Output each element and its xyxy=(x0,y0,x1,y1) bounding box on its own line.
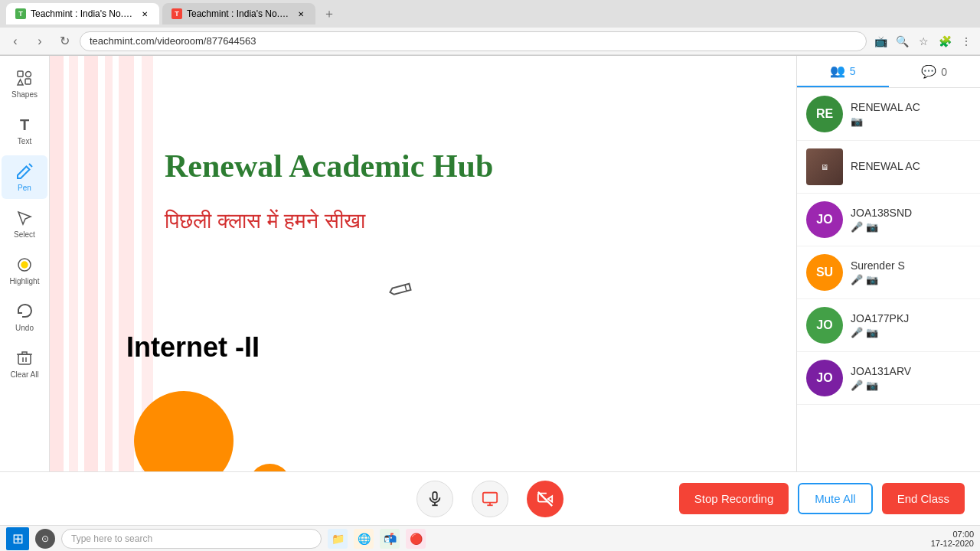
cam-off-icon: 📷 xyxy=(866,274,878,285)
participant-name-p6: JOA131ARV xyxy=(851,365,971,377)
action-buttons: Stop Recording Mute All End Class xyxy=(679,483,965,514)
tab-bar: T Teachmint : India's No.1 Online T... ✕… xyxy=(0,0,980,28)
mic-off-icon: 🎤 xyxy=(851,380,863,391)
stop-recording-button[interactable]: Stop Recording xyxy=(679,483,789,514)
participant-p5: JO JOA177PKJ 🎤 📷 xyxy=(797,299,980,352)
tool-text[interactable]: T Text xyxy=(2,109,47,152)
menu-icon[interactable]: ⋮ xyxy=(959,34,974,49)
select-label: Select xyxy=(14,230,35,240)
participant-p4: SU Surender S 🎤 📷 xyxy=(797,246,980,299)
participant-info-p6: JOA131ARV 🎤 📷 xyxy=(851,365,971,391)
shapes-icon xyxy=(15,68,34,88)
tab-participants[interactable]: 👥 5 xyxy=(797,56,889,87)
tab-1-favicon: T xyxy=(15,8,26,19)
participant-name-p5: JOA177PKJ xyxy=(851,312,971,324)
svg-rect-11 xyxy=(433,491,437,499)
highlight-icon xyxy=(15,255,34,275)
taskbar: ⊞ ⊙ Type here to search 📁 🌐 📬 🔴 07:00 17… xyxy=(0,525,980,551)
svg-rect-0 xyxy=(18,71,23,77)
taskbar-search[interactable]: Type here to search xyxy=(61,529,322,549)
tab-2-close[interactable]: ✕ xyxy=(296,8,306,19)
cam-off-icon: 📷 xyxy=(866,380,878,391)
slide-subtitle: पिछली क्लास में हमने सीखा xyxy=(165,209,365,234)
clear-label: Clear All xyxy=(10,370,38,380)
taskbar-app-3[interactable]: 📬 xyxy=(380,529,400,549)
tab-1[interactable]: T Teachmint : India's No.1 Online T... ✕ xyxy=(6,3,159,24)
pen-cursor-indicator xyxy=(381,274,415,310)
svg-rect-3 xyxy=(25,79,31,84)
url-bar[interactable]: teachmint.com/videoroom/877644563 xyxy=(80,31,867,51)
avatar-p5: JO xyxy=(806,307,843,344)
participant-icons-p6: 🎤 📷 xyxy=(851,380,971,391)
taskbar-apps: 📁 🌐 📬 🔴 xyxy=(328,529,426,549)
search-icon[interactable]: 🔍 xyxy=(894,34,910,49)
screen-share-button[interactable] xyxy=(472,481,508,517)
tool-clear[interactable]: Clear All xyxy=(2,342,47,386)
svg-point-6 xyxy=(21,262,28,268)
slide-title: Renewal Academic Hub xyxy=(165,148,493,184)
tool-shapes[interactable]: Shapes xyxy=(2,62,47,106)
tab-2[interactable]: T Teachmint : India's No.1 Onl... ✕ xyxy=(162,3,315,24)
participant-icons-p4: 🎤 📷 xyxy=(851,274,971,285)
cam-off-icon: 📷 xyxy=(866,221,878,233)
participant-icons-p3: 🎤 📷 xyxy=(851,221,971,233)
participant-p3: JO JOA138SND 🎤 📷 xyxy=(797,194,980,246)
bottom-bar: Stop Recording Mute All End Class xyxy=(0,471,980,525)
select-icon xyxy=(15,208,34,228)
taskbar-app-1[interactable]: 📁 xyxy=(328,529,348,549)
video-button[interactable] xyxy=(527,481,564,517)
svg-line-4 xyxy=(29,164,32,167)
browser-chrome: T Teachmint : India's No.1 Online T... ✕… xyxy=(0,0,980,56)
tool-select[interactable]: Select xyxy=(2,202,47,246)
participants-icon: 👥 xyxy=(830,64,845,78)
tab-chat[interactable]: 💬 0 xyxy=(889,56,981,87)
cast-icon[interactable]: 📺 xyxy=(873,34,888,49)
url-text: teachmint.com/videoroom/877644563 xyxy=(90,35,256,47)
pen-icon xyxy=(15,161,34,181)
avatar-p6: JO xyxy=(806,360,843,396)
tab-1-close[interactable]: ✕ xyxy=(139,8,150,19)
extension-icon[interactable]: 🧩 xyxy=(937,34,952,49)
tab-2-label: Teachmint : India's No.1 Onl... xyxy=(187,8,291,19)
tab-1-label: Teachmint : India's No.1 Online T... xyxy=(31,8,135,19)
taskbar-search-placeholder: Type here to search xyxy=(71,533,152,544)
participant-p2: 🖥 RENEWAL AC xyxy=(797,141,980,194)
clear-icon xyxy=(15,348,34,368)
participant-p6: JO JOA131ARV 🎤 📷 xyxy=(797,352,980,405)
mic-button[interactable] xyxy=(416,481,453,517)
cam-off-icon: 📷 xyxy=(866,327,878,338)
taskbar-app-4[interactable]: 🔴 xyxy=(406,529,426,549)
participant-icons-p5: 🎤 📷 xyxy=(851,327,971,338)
avatar-p1: RE xyxy=(806,96,843,132)
avatar-p4: SU xyxy=(806,254,843,291)
new-tab-button[interactable]: ＋ xyxy=(318,3,340,24)
avatar-preview-p2: 🖥 xyxy=(806,148,843,185)
taskbar-app-2[interactable]: 🌐 xyxy=(354,529,374,549)
participant-icons-p1: 📷 xyxy=(851,116,971,127)
tool-highlight[interactable]: Highlight xyxy=(2,249,47,292)
forward-button[interactable]: › xyxy=(31,32,49,51)
back-button[interactable]: ‹ xyxy=(6,32,24,51)
star-icon[interactable]: ☆ xyxy=(916,34,931,49)
tab-2-favicon: T xyxy=(172,8,182,19)
refresh-button[interactable]: ↻ xyxy=(55,32,74,51)
svg-point-1 xyxy=(26,72,31,77)
participant-info-p5: JOA177PKJ 🎤 📷 xyxy=(851,312,971,338)
slide-body-text: Internet -II xyxy=(126,331,260,364)
mic-off-icon: 🎤 xyxy=(851,274,863,285)
search-circle[interactable]: ⊙ xyxy=(35,529,55,549)
windows-start[interactable]: ⊞ xyxy=(6,527,29,550)
avatar-p3: JO xyxy=(806,201,843,238)
end-class-button[interactable]: End Class xyxy=(882,483,965,514)
participant-info-p2: RENEWAL AC xyxy=(851,160,971,174)
taskbar-time: 07:00 xyxy=(952,530,974,539)
mute-all-button[interactable]: Mute All xyxy=(798,483,872,514)
cam-off-icon: 📷 xyxy=(851,116,863,127)
pen-label: Pen xyxy=(18,184,31,193)
participant-info-p4: Surender S 🎤 📷 xyxy=(851,259,971,285)
participant-name-p2: RENEWAL AC xyxy=(851,160,971,172)
browser-icons: 📺 🔍 ☆ 🧩 ⋮ xyxy=(873,34,974,49)
media-controls xyxy=(416,481,564,517)
tool-pen[interactable]: Pen xyxy=(2,155,47,199)
tool-undo[interactable]: Undo xyxy=(2,295,47,339)
